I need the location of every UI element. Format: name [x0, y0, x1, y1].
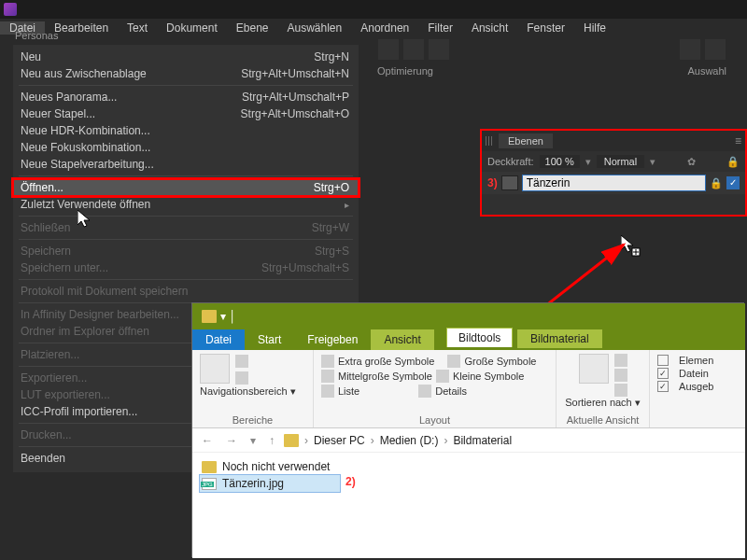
- menu-save-as[interactable]: Speichern unter...Strg+Umschalt+S: [13, 259, 359, 276]
- panel-grip-icon[interactable]: [486, 136, 493, 146]
- file-explorer-window[interactable]: ▾ │ Datei Start Freigeben Ansicht Verwal…: [192, 303, 745, 558]
- layer-lock-icon[interactable]: 🔒: [726, 156, 740, 168]
- menu-auswaehlen[interactable]: Auswählen: [277, 21, 351, 35]
- app-logo-icon: [4, 3, 17, 16]
- layer-gear-icon[interactable]: ✿: [687, 156, 696, 168]
- lock-icon[interactable]: 🔒: [710, 177, 723, 189]
- opacity-value[interactable]: 100 %: [540, 155, 580, 168]
- tab-ansicht[interactable]: Ansicht: [371, 329, 433, 350]
- auswahl-label: Auswahl: [687, 65, 726, 77]
- menu-dokument[interactable]: Dokument: [157, 21, 227, 35]
- menu-ebene[interactable]: Ebene: [227, 21, 278, 35]
- chk-hidden[interactable]: ✓: [657, 381, 669, 392]
- menu-new-batch[interactable]: Neue Stapelverarbeitung...: [13, 156, 359, 173]
- jpg-file-icon: [202, 478, 217, 490]
- navpane-label[interactable]: Navigationsbereich ▾: [200, 385, 305, 398]
- col-icon[interactable]: [614, 369, 627, 382]
- menu-save[interactable]: SpeichernStrg+S: [13, 243, 359, 259]
- menu-open[interactable]: Öffnen...Strg+O: [13, 179, 359, 196]
- layers-panel[interactable]: Ebenen ≡ Deckkraft: 100 %▾ Normal▾ ✿ 🔒 3…: [482, 131, 745, 215]
- nav-up-icon[interactable]: ↑: [265, 434, 278, 447]
- explorer-ribbon-tabs[interactable]: Datei Start Freigeben Ansicht Verwalten …: [192, 329, 745, 350]
- explorer-titlebar[interactable]: ▾ │: [192, 303, 745, 329]
- breadcrumb[interactable]: Medien (D:): [380, 434, 439, 447]
- explorer-ribbon[interactable]: Navigationsbereich ▾ Bereiche Extra groß…: [192, 350, 745, 428]
- tab-datei[interactable]: Datei: [192, 329, 245, 350]
- breadcrumb[interactable]: Bildmaterial: [453, 434, 512, 447]
- opt-icon[interactable]: [403, 39, 424, 60]
- chk-elements[interactable]: [657, 355, 669, 366]
- menu-new[interactable]: NeuStrg+N: [13, 49, 359, 65]
- folder-icon: [202, 310, 217, 323]
- menu-fenster[interactable]: Fenster: [517, 21, 574, 35]
- layers-tab[interactable]: Ebenen: [499, 133, 553, 148]
- menu-new-hdr[interactable]: Neue HDR-Kombination...: [13, 122, 359, 139]
- opt-icon[interactable]: [378, 39, 399, 60]
- ribbon-context-bildmaterial[interactable]: Bildmaterial: [517, 329, 602, 348]
- optimierung-label: Optimierung: [377, 65, 433, 77]
- personas-label: Personas: [15, 30, 58, 41]
- titlebar: [0, 0, 747, 19]
- tab-start[interactable]: Start: [245, 329, 294, 350]
- menu-ansicht[interactable]: Ansicht: [462, 21, 517, 35]
- tab-freigeben[interactable]: Freigeben: [294, 329, 371, 350]
- chk-extensions[interactable]: ✓: [657, 368, 669, 379]
- menu-new-panorama[interactable]: Neues Panorama...Strg+Alt+Umschalt+P: [13, 89, 359, 105]
- explorer-address-bar[interactable]: ← → ▾ ↑ › Dieser PC› Medien (D:)› Bildma…: [192, 428, 745, 453]
- cursor-copy-icon: [621, 235, 641, 259]
- layer-thumbnail-icon[interactable]: [501, 175, 518, 190]
- file-name: Tänzerin.jpg: [222, 477, 284, 490]
- folder-icon: [202, 461, 217, 473]
- pane-icon[interactable]: [235, 355, 248, 368]
- group-layout: Layout: [321, 414, 548, 426]
- blend-mode-select[interactable]: Normal: [597, 155, 644, 168]
- col-icon[interactable]: [614, 354, 627, 367]
- nav-history-icon[interactable]: ▾: [247, 434, 260, 447]
- view-large[interactable]: Große Symbole: [464, 356, 536, 367]
- col-icon[interactable]: [614, 384, 627, 397]
- menu-new-stack[interactable]: Neuer Stapel...Strg+Alt+Umschalt+O: [13, 105, 359, 122]
- explorer-file-list[interactable]: Noch nicht verwendet Tänzerin.jpg 2): [192, 453, 745, 511]
- view-xl[interactable]: Extra große Symbole: [338, 356, 434, 367]
- opt-icon[interactable]: [429, 39, 449, 60]
- folder-icon: [284, 434, 299, 447]
- sort-by-label[interactable]: Sortieren nach ▾: [565, 397, 641, 409]
- menu-save-protocol[interactable]: Protokoll mit Dokument speichern: [13, 283, 359, 300]
- menu-open-recent[interactable]: Zuletzt Verwendete öffnen: [13, 196, 359, 213]
- file-item-selected[interactable]: Tänzerin.jpg: [200, 475, 340, 492]
- layer-row[interactable]: 3) 🔒 ✓: [482, 172, 745, 194]
- sel-icon[interactable]: [680, 39, 700, 60]
- annotation-2: 2): [345, 475, 356, 488]
- sort-icon[interactable]: [579, 354, 609, 384]
- layer-name-input[interactable]: [522, 175, 706, 191]
- view-list[interactable]: Liste: [338, 385, 359, 397]
- svg-rect-0: [632, 248, 640, 256]
- opacity-label: Deckkraft:: [487, 156, 534, 167]
- layer-visible-checkbox[interactable]: ✓: [726, 176, 740, 189]
- annotation-3: 3): [487, 176, 498, 189]
- group-bereiche: Bereiche: [200, 414, 305, 426]
- nav-back-icon[interactable]: ←: [198, 434, 217, 447]
- breadcrumb[interactable]: Dieser PC: [314, 434, 365, 447]
- sel-icon[interactable]: [705, 39, 726, 60]
- menu-text[interactable]: Text: [118, 21, 157, 35]
- navpane-icon[interactable]: [200, 354, 230, 384]
- group-aktuelle-ansicht: Aktuelle Ansicht: [567, 414, 640, 426]
- menu-bar[interactable]: Datei Bearbeiten Text Dokument Ebene Aus…: [0, 19, 747, 37]
- pane-icon[interactable]: [235, 371, 248, 385]
- menu-anordnen[interactable]: Anordnen: [351, 21, 418, 35]
- folder-item[interactable]: Noch nicht verwendet: [200, 458, 738, 475]
- menu-hilfe[interactable]: Hilfe: [574, 21, 615, 35]
- menu-filter[interactable]: Filter: [418, 21, 462, 35]
- view-med[interactable]: Mittelgroße Symbole: [338, 371, 432, 382]
- nav-fwd-icon[interactable]: →: [222, 434, 241, 447]
- menu-new-clipboard[interactable]: Neu aus ZwischenablageStrg+Alt+Umschalt+…: [13, 65, 359, 82]
- ribbon-context-bildtools[interactable]: Bildtools: [446, 328, 513, 347]
- view-details[interactable]: Details: [435, 385, 467, 397]
- menu-new-focus[interactable]: Neue Fokuskombination...: [13, 139, 359, 156]
- panel-menu-icon[interactable]: ≡: [735, 134, 741, 147]
- menu-close[interactable]: SchließenStrg+W: [13, 219, 359, 236]
- view-small[interactable]: Kleine Symbole: [453, 371, 524, 382]
- secondary-toolbar: Optimierung Auswahl: [359, 35, 745, 90]
